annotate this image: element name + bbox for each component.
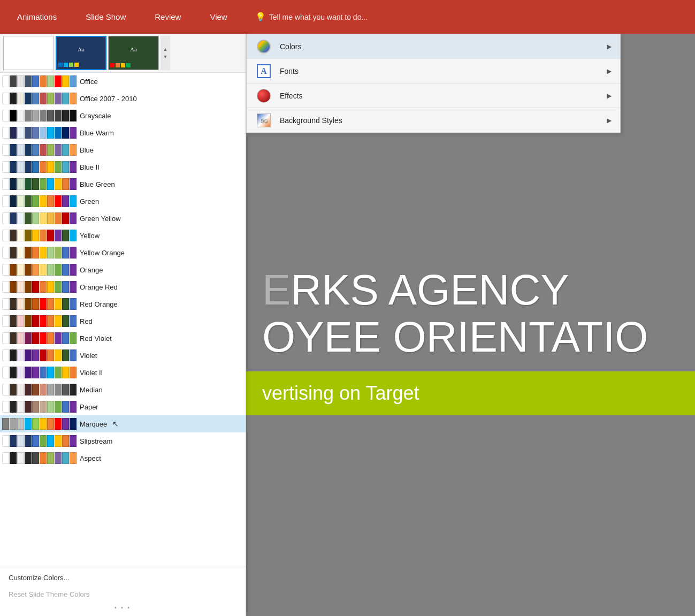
bottom-links: Customize Colors... Reset Slide Theme Co… xyxy=(0,566,246,616)
swatch-group xyxy=(2,298,77,310)
swatch-group xyxy=(2,144,77,156)
menu-arrow-icon: ▶ xyxy=(607,117,612,124)
color-item-green-yellow[interactable]: Green Yellow xyxy=(0,210,246,227)
color-item-label: Marquee xyxy=(80,420,107,428)
color-item-orange[interactable]: Orange xyxy=(0,261,246,278)
swatch-group xyxy=(2,384,77,396)
swatch-group xyxy=(2,230,77,241)
color-item-label: Blue Warm xyxy=(80,129,114,137)
color-item-label: Office xyxy=(80,78,98,86)
theme-thumb-first[interactable] xyxy=(3,36,54,70)
menu-arrow-icon: ▶ xyxy=(607,92,612,100)
theme-thumb-pattern[interactable]: Aa xyxy=(56,36,106,70)
color-item-red[interactable]: Red xyxy=(0,313,246,330)
color-list: OfficeOffice 2007 - 2010GrayscaleBlue Wa… xyxy=(0,73,246,566)
swatch-group xyxy=(2,93,77,104)
slide-title-line2: OYEE ORIENTATIO xyxy=(246,314,695,361)
swatch-group xyxy=(2,349,77,361)
reset-colors-link: Reset Slide Theme Colors xyxy=(0,586,246,603)
color-item-label: Slipstream xyxy=(80,437,112,445)
colors-icon xyxy=(255,38,272,55)
effects-icon xyxy=(255,87,272,104)
swatch-group xyxy=(2,110,77,121)
color-item-label: Blue Green xyxy=(80,180,115,188)
swatch-group xyxy=(2,418,77,430)
color-item-label: Aspect xyxy=(80,454,101,462)
color-item-label: Grayscale xyxy=(80,112,111,120)
tab-animations[interactable]: Animations xyxy=(11,8,63,26)
color-item-median[interactable]: Median xyxy=(0,381,246,398)
color-item-label: Yellow xyxy=(80,232,100,240)
main-area: Aa Aa xyxy=(0,34,695,616)
menu-arrow-icon: ▶ xyxy=(607,43,612,50)
color-item-slipstream[interactable]: Slipstream xyxy=(0,432,246,450)
color-item-label: Violet xyxy=(80,352,97,360)
menu-label: Colors xyxy=(280,42,599,51)
themes-scroll[interactable]: ▲ ▼ xyxy=(161,36,170,70)
menu-item-fonts[interactable]: AFonts▶ xyxy=(247,59,620,83)
right-menu: Colors▶AFonts▶Effects▶BGBackground Style… xyxy=(246,34,621,133)
color-item-violet[interactable]: Violet xyxy=(0,347,246,364)
color-item-yellow[interactable]: Yellow xyxy=(0,227,246,244)
slide-title-line1: ERKS AGENCY xyxy=(246,267,695,314)
color-item-label: Orange Red xyxy=(80,283,118,291)
color-item-label: Green Yellow xyxy=(80,215,121,223)
selection-cursor: ↖ xyxy=(112,420,119,428)
color-item-blue[interactable]: Blue xyxy=(0,141,246,158)
tab-view[interactable]: View xyxy=(203,8,233,26)
color-item-label: Blue II xyxy=(80,163,100,171)
color-item-yellow-orange[interactable]: Yellow Orange xyxy=(0,244,246,261)
left-panel: Aa Aa xyxy=(0,34,246,616)
color-item-red-orange[interactable]: Red Orange xyxy=(0,295,246,313)
color-item-marquee[interactable]: Marquee↖ xyxy=(0,415,246,432)
lightbulb-icon: 💡 xyxy=(255,12,266,22)
menu-item-colors[interactable]: Colors▶ xyxy=(247,34,620,59)
color-item-label: Green xyxy=(80,197,99,206)
swatch-group xyxy=(2,332,77,344)
tell-me-text: Tell me what you want to do... xyxy=(269,13,368,21)
fonts-icon: A xyxy=(255,63,272,80)
customize-colors-link[interactable]: Customize Colors... xyxy=(0,569,246,586)
menu-arrow-icon: ▶ xyxy=(607,67,612,75)
menu-label: Effects xyxy=(280,92,599,100)
color-item-label: Yellow Orange xyxy=(80,249,125,257)
color-item-orange-red[interactable]: Orange Red xyxy=(0,278,246,295)
swatch-group xyxy=(2,212,77,224)
swatch-group xyxy=(2,75,77,87)
swatch-group xyxy=(2,315,77,327)
menu-item-background-styles[interactable]: BGBackground Styles▶ xyxy=(247,108,620,133)
color-item-label: Office 2007 - 2010 xyxy=(80,95,137,103)
color-item-office-2007---2010[interactable]: Office 2007 - 2010 xyxy=(0,90,246,107)
color-item-blue-green[interactable]: Blue Green xyxy=(0,176,246,193)
color-item-label: Orange xyxy=(80,266,103,274)
slide-subtitle: vertising on Target xyxy=(262,382,679,405)
color-item-label: Red xyxy=(80,317,93,325)
color-item-label: Red Orange xyxy=(80,300,118,308)
slide-subtitle-bar: vertising on Target xyxy=(246,371,695,415)
swatch-group xyxy=(2,178,77,190)
color-item-blue-ii[interactable]: Blue II xyxy=(0,158,246,176)
swatch-group xyxy=(2,367,77,378)
menu-item-effects[interactable]: Effects▶ xyxy=(247,83,620,108)
color-item-green[interactable]: Green xyxy=(0,193,246,210)
resize-handle: • • • xyxy=(0,603,246,613)
tab-review[interactable]: Review xyxy=(148,8,187,26)
tell-me-box[interactable]: 💡 Tell me what you want to do... xyxy=(255,12,368,22)
color-item-label: Paper xyxy=(80,403,98,411)
swatch-group xyxy=(2,281,77,293)
color-item-violet-ii[interactable]: Violet II xyxy=(0,364,246,381)
swatch-group xyxy=(2,452,77,464)
color-item-aspect[interactable]: Aspect xyxy=(0,450,246,467)
tab-slideshow[interactable]: Slide Show xyxy=(79,8,132,26)
swatch-group xyxy=(2,435,77,447)
swatch-group xyxy=(2,264,77,276)
swatch-group xyxy=(2,401,77,413)
color-item-blue-warm[interactable]: Blue Warm xyxy=(0,124,246,141)
color-item-grayscale[interactable]: Grayscale xyxy=(0,107,246,124)
color-item-paper[interactable]: Paper xyxy=(0,398,246,415)
background-styles-icon: BG xyxy=(255,112,272,129)
theme-thumb-dark[interactable]: Aa xyxy=(108,36,159,70)
color-item-office[interactable]: Office xyxy=(0,73,246,90)
color-item-red-violet[interactable]: Red Violet xyxy=(0,330,246,347)
color-item-label: Blue xyxy=(80,146,94,154)
